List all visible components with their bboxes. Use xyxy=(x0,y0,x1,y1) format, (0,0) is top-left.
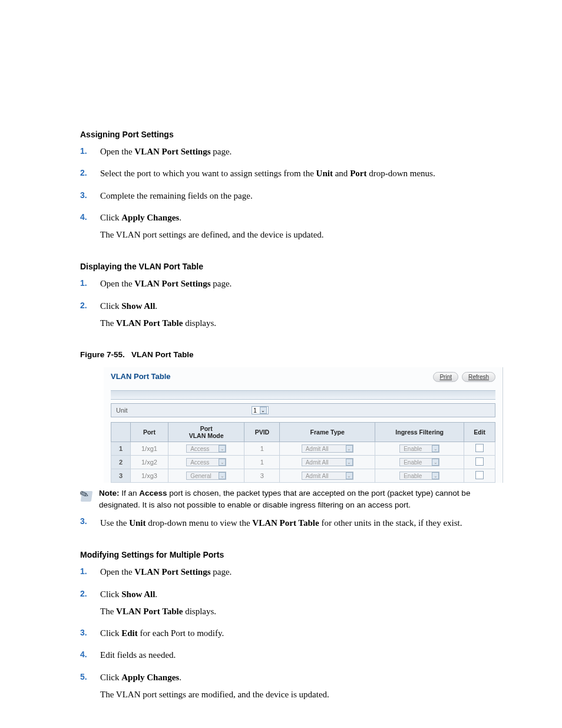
col-idx xyxy=(111,423,131,442)
cell-port: 1/xg3 xyxy=(131,469,168,483)
vlan-port-table: Port PortVLAN Mode PVID Frame Type Ingre… xyxy=(111,422,495,483)
col-mode: PortVLAN Mode xyxy=(168,423,244,442)
step-number: 2. xyxy=(80,299,100,312)
col-port: Port xyxy=(131,423,168,442)
cell-ingress: Enable⌄ xyxy=(375,469,464,483)
step-text: Select the port to which you want to ass… xyxy=(100,167,503,180)
unit-label: Unit xyxy=(116,407,252,414)
step-text: Use the Unit drop-down menu to view the … xyxy=(100,516,503,530)
chevron-down-icon: ⌄ xyxy=(432,472,439,479)
step-number: 4. xyxy=(80,648,100,661)
step-item: 3. Click Edit for each Port to modify. xyxy=(80,627,503,644)
chevron-down-icon: ⌄ xyxy=(432,459,439,466)
figure-caption: Figure 7-55. VLAN Port Table xyxy=(80,350,503,359)
note-icon xyxy=(80,489,93,502)
step-number: 2. xyxy=(80,588,100,601)
cell-pvid: 1 xyxy=(244,456,280,469)
step-text: Click Edit for each Port to modify. xyxy=(100,627,503,640)
ingress-select[interactable]: Enable⌄ xyxy=(399,444,439,453)
mode-select[interactable]: Access⌄ xyxy=(186,458,226,466)
step-item: 4. Edit fields as needed. xyxy=(80,648,503,666)
step-followup: The VLAN Port Table displays. xyxy=(100,317,503,330)
step-text: Edit fields as needed. xyxy=(100,648,503,662)
step-followup: The VLAN port settings are defined, and … xyxy=(100,228,503,242)
table-row: 21/xg2Access⌄1Admit All⌄Enable⌄ xyxy=(111,456,495,469)
unit-select[interactable]: 1 ⌄ xyxy=(252,406,269,414)
edit-checkbox[interactable] xyxy=(475,444,484,452)
step-number: 3. xyxy=(80,516,100,533)
col-ingress: Ingress Filtering xyxy=(375,423,464,442)
steps-modifying: 1. Open the VLAN Port Settings page. 2. … xyxy=(80,565,503,705)
step-text: Open the VLAN Port Settings page. xyxy=(100,277,503,291)
edit-checkbox[interactable] xyxy=(475,471,484,479)
edit-checkbox[interactable] xyxy=(475,457,484,466)
ingress-select[interactable]: Enable⌄ xyxy=(399,472,439,480)
step-item: 3. Use the Unit drop-down menu to view t… xyxy=(80,516,503,533)
cell-ingress: Enable⌄ xyxy=(375,456,464,469)
step-text: Click Apply Changes. xyxy=(100,671,503,684)
row-index: 2 xyxy=(111,456,131,469)
step-item: 5. Click Apply Changes. The VLAN port se… xyxy=(80,671,503,706)
note-block: Note: If an Access port is chosen, the p… xyxy=(80,487,503,510)
step-number: 3. xyxy=(80,189,100,202)
frame-select[interactable]: Admit All⌄ xyxy=(302,458,353,466)
chevron-down-icon: ⌄ xyxy=(219,472,226,479)
step-item: 2. Click Show All. The VLAN Port Table d… xyxy=(80,588,503,622)
step-item: 1. Open the VLAN Port Settings page. xyxy=(80,565,503,582)
step-followup: The VLAN Port Table displays. xyxy=(100,605,503,618)
panel-title: VLAN Port Table xyxy=(111,372,171,381)
table-row: 31/xg3General⌄3Admit All⌄Enable⌄ xyxy=(111,469,495,483)
print-button[interactable]: Print xyxy=(433,372,458,382)
row-index: 1 xyxy=(111,442,131,456)
cell-edit xyxy=(464,442,495,456)
step-number: 1. xyxy=(80,145,100,158)
cell-mode: General⌄ xyxy=(168,469,244,483)
row-index: 3 xyxy=(111,469,131,483)
frame-select[interactable]: Admit All⌄ xyxy=(302,472,353,480)
step-item: 2. Click Show All. The VLAN Port Table d… xyxy=(80,299,503,334)
step-text: Complete the remaining fields on the pag… xyxy=(100,189,503,203)
step-number: 1. xyxy=(80,565,100,578)
section-heading-assigning: Assigning Port Settings xyxy=(80,130,503,139)
cell-mode: Access⌄ xyxy=(168,442,244,456)
chevron-down-icon: ⌄ xyxy=(219,445,226,452)
chevron-down-icon: ⌄ xyxy=(346,472,353,479)
step-item: 4. Click Apply Changes. The VLAN port se… xyxy=(80,211,503,246)
step-followup: The VLAN port settings are modified, and… xyxy=(100,688,503,701)
step-number: 5. xyxy=(80,671,100,684)
mode-select[interactable]: Access⌄ xyxy=(186,444,226,453)
step-text: Open the VLAN Port Settings page. xyxy=(100,565,503,579)
step-text: Click Show All. xyxy=(100,299,503,313)
cell-edit xyxy=(464,469,495,483)
col-frame: Frame Type xyxy=(280,423,375,442)
chevron-down-icon: ⌄ xyxy=(346,445,353,452)
cell-edit xyxy=(464,456,495,469)
cell-frame: Admit All⌄ xyxy=(280,456,375,469)
ingress-select[interactable]: Enable⌄ xyxy=(399,458,439,466)
step-text: Click Show All. xyxy=(100,588,503,601)
step-text: Click Apply Changes. xyxy=(100,211,503,225)
cell-frame: Admit All⌄ xyxy=(280,442,375,456)
cell-mode: Access⌄ xyxy=(168,456,244,469)
col-edit: Edit xyxy=(464,423,495,442)
document-page: Assigning Port Settings 1. Open the VLAN… xyxy=(0,0,562,728)
steps-assigning: 1. Open the VLAN Port Settings page. 2. … xyxy=(80,145,503,245)
mode-select[interactable]: General⌄ xyxy=(186,472,226,480)
cell-port: 1/xg2 xyxy=(131,456,168,469)
section-heading-displaying: Displaying the VLAN Port Table xyxy=(80,262,503,271)
frame-select[interactable]: Admit All⌄ xyxy=(302,444,353,453)
cell-ingress: Enable⌄ xyxy=(375,442,464,456)
note-text: Note: If an Access port is chosen, the p… xyxy=(99,487,503,510)
steps-displaying: 1. Open the VLAN Port Settings page. 2. … xyxy=(80,277,503,334)
cell-pvid: 1 xyxy=(244,442,280,456)
refresh-button[interactable]: Refresh xyxy=(462,372,495,382)
chevron-down-icon: ⌄ xyxy=(260,407,267,414)
step-number: 2. xyxy=(80,167,100,180)
table-row: 11/xg1Access⌄1Admit All⌄Enable⌄ xyxy=(111,442,495,456)
step-number: 4. xyxy=(80,211,100,224)
cell-frame: Admit All⌄ xyxy=(280,469,375,483)
step-item: 1. Open the VLAN Port Settings page. xyxy=(80,145,503,162)
step-item: 3. Complete the remaining fields on the … xyxy=(80,189,503,206)
cell-pvid: 3 xyxy=(244,469,280,483)
section-heading-modifying: Modifying Settings for Multiple Ports xyxy=(80,550,503,559)
